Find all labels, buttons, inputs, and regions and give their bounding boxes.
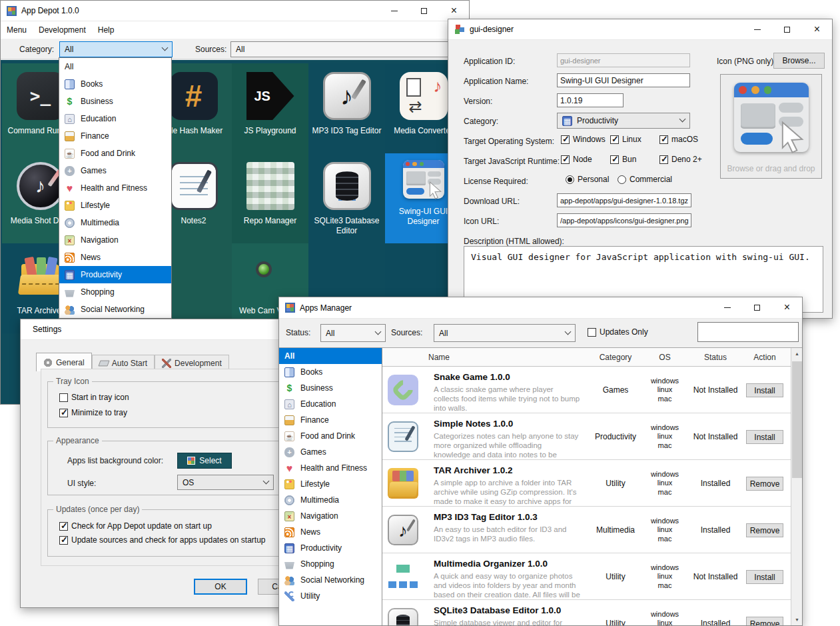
sidebar-category-item[interactable]: Games [279, 444, 382, 460]
menu-item-help[interactable]: Help [92, 25, 121, 35]
maximize-button[interactable] [409, 1, 439, 21]
sources-combobox[interactable]: All [434, 324, 576, 342]
category-option[interactable]: Navigation [59, 231, 171, 249]
updates-checkbox-option[interactable]: Update sources and check for apps update… [59, 535, 266, 545]
search-input[interactable] [697, 322, 799, 342]
sidebar-category-item[interactable]: News [279, 524, 382, 540]
menu-item-menu[interactable]: Menu [1, 25, 33, 35]
maximize-button[interactable] [742, 297, 772, 317]
category-option[interactable]: Multimedia [59, 214, 171, 231]
category-option[interactable]: News [59, 249, 171, 266]
minimize-button[interactable] [742, 19, 772, 39]
tile-js-playground[interactable]: JS JS Playground [232, 63, 308, 153]
column-header-name[interactable]: Name [428, 353, 450, 362]
close-button[interactable]: × [772, 297, 802, 317]
sidebar-category-item[interactable]: Education [279, 396, 382, 412]
category-option[interactable]: Business [59, 93, 171, 110]
icon-drop-area[interactable]: Browse or drag and drop [720, 74, 822, 179]
category-option[interactable]: Health and Fitness [59, 179, 171, 197]
tab-icon [43, 358, 53, 367]
category-icon [284, 543, 294, 553]
category-option[interactable]: Games [59, 162, 171, 179]
sidebar-category-item[interactable]: Books [279, 364, 382, 380]
icon-url-field[interactable]: /app-depot/apps/icons/gui-designer.png [557, 213, 691, 227]
column-header-category[interactable]: Category [600, 353, 632, 362]
sources-combobox[interactable]: All [230, 41, 465, 57]
tray-checkbox-option[interactable]: Start in tray icon [59, 393, 129, 402]
category-option[interactable]: Lifestyle [59, 197, 171, 214]
scroll-thumb[interactable] [792, 361, 802, 478]
category-combobox[interactable]: Productivity [557, 113, 690, 129]
app-row[interactable]: SQLite3 Database Editor 1.0.0 Simple dat… [382, 600, 791, 625]
category-option[interactable]: All [59, 58, 171, 75]
runtime-checkbox-option[interactable]: Node [561, 155, 610, 164]
sidebar-category-item[interactable]: Productivity [279, 540, 382, 556]
menu-item-development[interactable]: Development [33, 25, 92, 35]
sidebar-category-item[interactable]: Food and Drink [279, 428, 382, 444]
sidebar-category-item[interactable]: Social Networking [279, 572, 382, 588]
download-url-field[interactable]: app-depot/apps/gui-designer-1.0.18.tgz [557, 193, 691, 207]
app-row[interactable]: TAR Archiver 1.0.2 A simple app to archi… [382, 460, 791, 507]
column-header-action[interactable]: Action [753, 353, 775, 362]
app-row[interactable]: Snake Game 1.0.0 A classic snake game wh… [382, 367, 791, 413]
minimize-button[interactable] [379, 1, 409, 21]
tile-repo-manager[interactable]: Repo Manager [232, 153, 308, 243]
sidebar-category-item[interactable]: Navigation [279, 508, 382, 524]
sidebar-category-item[interactable]: Finance [279, 412, 382, 428]
ui-style-combobox[interactable]: OS [177, 475, 274, 490]
app-action-button[interactable]: Install [746, 430, 783, 444]
sidebar-category-item[interactable]: Health and Fitness [279, 460, 382, 476]
column-header-os[interactable]: OS [659, 353, 670, 362]
app-row[interactable]: Multimedia Organizer 1.0.0 A quick and e… [382, 553, 791, 600]
sidebar-category-item[interactable]: Utility [279, 588, 382, 604]
minimize-button[interactable] [712, 297, 742, 317]
app-row[interactable]: MP3 ID3 Tag Editor 1.0.3 An easy to use … [382, 507, 791, 553]
close-button[interactable]: × [439, 1, 469, 21]
category-option[interactable]: Education [59, 110, 171, 127]
sidebar-category-item[interactable]: Business [279, 380, 382, 396]
runtime-checkbox-option[interactable]: Deno 2+ [659, 155, 709, 164]
category-option[interactable]: Social Networking [59, 301, 171, 318]
application-name-field[interactable]: Swing-UI GUI Designer [557, 73, 690, 87]
updates-only-checkbox[interactable]: Updates Only [588, 327, 648, 337]
sidebar-category-item[interactable]: Lifestyle [279, 476, 382, 492]
column-header-status[interactable]: Status [704, 353, 727, 362]
scrollbar[interactable]: ▲ ▼ [791, 348, 802, 625]
category-combobox[interactable]: All [59, 41, 173, 57]
runtime-checkbox-option[interactable]: Bun [610, 155, 659, 164]
category-option[interactable]: Finance [59, 127, 171, 145]
category-option[interactable]: Food and Drink [59, 145, 171, 162]
tray-checkbox-option[interactable]: Minimize to tray [59, 408, 129, 417]
status-combobox[interactable]: All [320, 324, 386, 342]
sidebar-category-item[interactable]: Multimedia [279, 492, 382, 508]
app-action-button[interactable]: Install [746, 383, 783, 397]
tile-mp3-id3-tag-editor[interactable]: ♪ MP3 ID3 Tag Editor [308, 63, 385, 153]
os-checkbox-option[interactable]: macOS [659, 135, 709, 144]
radio-button [566, 175, 574, 184]
sidebar-category-item[interactable]: Shopping [279, 556, 382, 572]
tile-sqlite3-database-editor[interactable]: SQLite3 Database Editor [308, 153, 385, 243]
app-os: windows linux mac [645, 413, 685, 460]
os-checkbox-option[interactable]: Windows [561, 135, 610, 144]
ok-button[interactable]: OK [194, 579, 247, 595]
scroll-up-icon[interactable]: ▲ [791, 348, 803, 359]
app-action-button[interactable]: Remove [746, 617, 783, 625]
version-field[interactable]: 1.0.19 [557, 93, 624, 107]
app-action-button[interactable]: Remove [746, 523, 783, 537]
scroll-down-icon[interactable]: ▼ [791, 614, 803, 625]
browse-button[interactable]: Browse... [773, 53, 825, 69]
select-color-button[interactable]: Select [177, 453, 232, 469]
app-row[interactable]: Simple Notes 1.0.0 Categorizes notes can… [382, 413, 791, 460]
app-action-button[interactable]: Remove [746, 477, 783, 491]
sidebar-category-item[interactable]: All [279, 348, 382, 364]
os-checkbox-option[interactable]: Linux [610, 135, 659, 144]
category-option[interactable]: Productivity [59, 266, 171, 283]
updates-checkbox-option[interactable]: Check for App Depot update on start up [59, 521, 266, 531]
app-action-button[interactable]: Install [746, 570, 783, 584]
license-radio-option[interactable]: Personal [566, 175, 618, 184]
license-radio-option[interactable]: Commercial [618, 175, 669, 184]
category-option[interactable]: Shopping [59, 283, 171, 301]
close-button[interactable]: × [802, 19, 832, 39]
maximize-button[interactable] [772, 19, 802, 39]
category-option[interactable]: Books [59, 75, 171, 93]
